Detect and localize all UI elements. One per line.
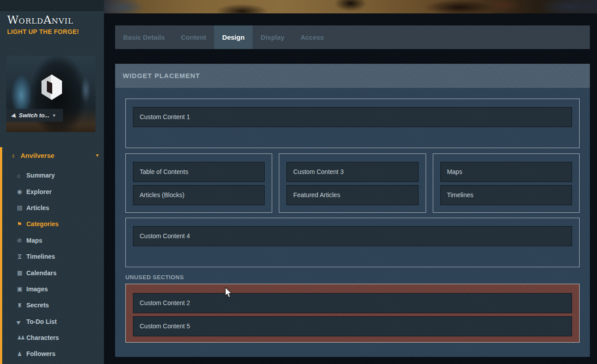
world-cover-image: ▶ Switch to... ▾ (6, 56, 95, 132)
switch-world-button[interactable]: ▶ Switch to... ▾ (6, 109, 63, 122)
location-arrow-icon: ▶ (11, 112, 16, 119)
page: { "brand": { "logo_parts": ["W", "ORLD",… (0, 0, 597, 364)
widget-zone-column-right[interactable]: Maps Timelines (433, 153, 580, 213)
caret-down-icon: ▾ (53, 113, 55, 118)
world-header-banner (104, 0, 597, 13)
widget-zone-column-left[interactable]: Table of Contents Articles (Blocks) (125, 153, 272, 213)
person-icon: ♟ (17, 351, 26, 357)
hourglass-icon: ⋈ (17, 253, 26, 260)
logo-text: W (7, 13, 19, 26)
panel-title: WIDGET PLACEMENT (115, 64, 590, 88)
widget-zone-header-row[interactable]: Custom Content 1 (125, 99, 580, 148)
widget-custom-content-4[interactable]: Custom Content 4 (133, 226, 572, 246)
tagline: LIGHT UP THE FORGE! (7, 28, 104, 35)
widget-maps[interactable]: Maps (440, 162, 572, 182)
scroll-icon: ⚑ (17, 221, 26, 228)
sidebar-item-summary[interactable]: ⌂ Summary (2, 167, 104, 183)
users-icon: ♟♟ (17, 335, 26, 341)
globe-icon: ♁ (11, 152, 21, 159)
sidebar-item-maps[interactable]: ⊘ Maps (2, 232, 104, 248)
sidebar-item-followers[interactable]: ♟ Followers (2, 346, 104, 362)
sidebar-item-articles[interactable]: ▤ Articles (2, 200, 104, 216)
home-icon: ⌂ (17, 172, 26, 179)
calendar-icon: ▦ (17, 269, 26, 276)
widget-zone-columns-row: Table of Contents Articles (Blocks) Cust… (125, 153, 580, 213)
widget-zone-column-center[interactable]: Custom Content 3 Featured Articles (279, 153, 426, 213)
world-menu-anvilverse[interactable]: ♁ Anvilverse ▾ (2, 147, 104, 163)
paper-plane-icon: ▶ (17, 318, 26, 325)
sidebar-item-secrets[interactable]: ♜ Secrets (2, 297, 104, 313)
sidebar-item-todo-list[interactable]: ▶ To-Do List (2, 314, 104, 330)
widget-custom-content-2[interactable]: Custom Content 2 (133, 293, 572, 313)
widget-articles-blocks[interactable]: Articles (Blocks) (133, 185, 265, 205)
widget-placement-panel: WIDGET PLACEMENT Custom Content 1 Table … (115, 64, 590, 357)
sidebar-menu: ⌂ Summary ◉ Explorer ▤ Articles ⚑ Catego… (2, 167, 104, 362)
map-icon: ⊘ (17, 237, 26, 244)
widget-table-of-contents[interactable]: Table of Contents (133, 162, 265, 182)
widget-custom-content-1[interactable]: Custom Content 1 (133, 107, 572, 127)
sidebar-nav: ♁ Anvilverse ▾ ⌂ Summary ◉ Explorer ▤ Ar… (0, 147, 104, 364)
unused-sections-title: UNUSED SECTIONS (125, 274, 580, 281)
tab-basic-details[interactable]: Basic Details (115, 25, 173, 49)
mouse-cursor (225, 287, 233, 299)
image-icon: ▣ (17, 285, 26, 292)
book-icon: ▤ (17, 204, 26, 211)
compass-icon: ◉ (17, 188, 26, 195)
sidebar-item-categories[interactable]: ⚑ Categories (2, 216, 104, 232)
tab-design[interactable]: Design (214, 25, 253, 49)
switch-world-label: Switch to... (19, 112, 50, 119)
editor-tabbar: Basic Details Content Design Display Acc… (115, 25, 590, 49)
tower-icon: ♜ (17, 302, 26, 309)
worldanvil-logo[interactable]: WORLDANVIL (7, 13, 104, 26)
widget-custom-content-3[interactable]: Custom Content 3 (286, 162, 418, 182)
world-name: Anvilverse (21, 152, 96, 159)
sidebar-item-characters[interactable]: ♟♟ Characters (2, 330, 104, 346)
sidebar-item-timelines[interactable]: ⋈ Timelines (2, 248, 104, 265)
widget-custom-content-5[interactable]: Custom Content 5 (133, 316, 572, 336)
tab-content[interactable]: Content (173, 25, 214, 49)
tab-display[interactable]: Display (253, 25, 292, 49)
sidebar-item-images[interactable]: ▣ Images (2, 281, 104, 297)
widget-timelines[interactable]: Timelines (440, 185, 572, 205)
sidebar: WORLDANVIL LIGHT UP THE FORGE! ▶ Switch … (0, 0, 104, 364)
widget-featured-articles[interactable]: Featured Articles (286, 185, 418, 205)
sidebar-item-explorer[interactable]: ◉ Explorer (2, 183, 104, 199)
unused-sections-zone[interactable]: Custom Content 2 Custom Content 5 (125, 284, 580, 343)
tab-access[interactable]: Access (292, 25, 332, 49)
chevron-down-icon: ▾ (96, 152, 99, 158)
hero-shield-emblem-icon (41, 74, 62, 100)
sidebar-item-calendars[interactable]: ▦ Calendars (2, 265, 104, 281)
widget-zone-footer-row[interactable]: Custom Content 4 (125, 218, 580, 267)
panel-body: Custom Content 1 Table of Contents Artic… (115, 88, 590, 343)
